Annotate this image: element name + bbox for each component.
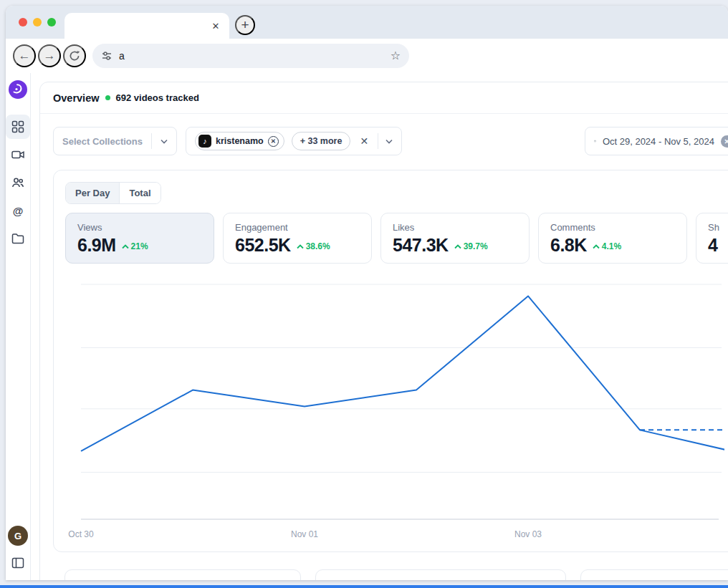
card-stub [64, 569, 301, 580]
traffic-lights [19, 18, 56, 26]
chart-area: Oct 30Nov 01Nov 03 [65, 281, 728, 540]
stat-value: 547.3K [393, 236, 449, 254]
video-camera-icon [11, 148, 25, 162]
tab-close-icon[interactable]: ✕ [209, 19, 222, 32]
views-line-chart [65, 281, 724, 528]
chevron-down-icon [161, 139, 168, 144]
calendar-icon [594, 135, 596, 147]
panel-toggle-icon[interactable] [11, 556, 25, 570]
caret-up-icon [297, 244, 304, 249]
date-range-picker[interactable]: Oct 29, 2024 - Nov 5, 2024 ✕ [585, 127, 728, 155]
stat-label: Views [77, 222, 202, 233]
bottom-accent-bar [0, 585, 728, 588]
sidebar-item-videos[interactable] [6, 143, 30, 167]
account-chip-label: kristenamo [216, 136, 264, 146]
stat-card-comments[interactable]: Comments 6.8K 4.1% [538, 213, 687, 264]
sidebar-bottom: G [8, 526, 28, 570]
tab-total[interactable]: Total [120, 183, 160, 203]
accounts-filter: ♪ kristenamo ✕ + 33 more ✕ [186, 127, 402, 155]
page-title: Overview [53, 92, 100, 104]
page-header: Overview 692 videos tracked [40, 82, 728, 114]
sidebar-item-creators[interactable] [6, 170, 30, 195]
stat-card-views[interactable]: Views 6.9M 21% [65, 213, 214, 264]
overview-page: Overview 692 videos tracked Select Colle… [39, 82, 728, 580]
card-stub [580, 569, 728, 580]
stat-label: Likes [393, 222, 517, 233]
stat-label: Engagement [235, 222, 360, 233]
url-text: a [119, 50, 384, 62]
clear-date-icon[interactable]: ✕ [721, 135, 728, 148]
chevron-down-icon[interactable] [385, 139, 393, 144]
main-content: Overview 692 videos tracked Select Colle… [31, 73, 728, 580]
stat-value: 652.5K [235, 236, 291, 254]
users-icon [11, 175, 25, 190]
account-chip[interactable]: ♪ kristenamo ✕ [195, 132, 284, 150]
app-shell: @ G Overview 692 videos tracked [6, 73, 728, 580]
tune-icon[interactable] [101, 50, 112, 62]
lower-cards-row [64, 569, 728, 580]
stat-card-engagement[interactable]: Engagement 652.5K 38.6% [223, 213, 372, 264]
at-sign-icon: @ [13, 205, 24, 217]
sidebar-item-accounts[interactable]: @ [6, 198, 30, 223]
select-collections-label: Select Collections [62, 136, 143, 147]
divider [151, 133, 152, 149]
minimize-window-button[interactable] [33, 18, 42, 26]
tiktok-icon: ♪ [198, 135, 211, 148]
sidebar-item-dashboard[interactable] [6, 115, 30, 139]
bookmark-star-icon[interactable]: ☆ [391, 50, 401, 62]
reload-button[interactable] [63, 44, 86, 67]
user-avatar[interactable]: G [8, 526, 28, 546]
filter-bar: Select Collections ♪ kristenamo ✕ [40, 114, 728, 155]
app-sidebar: @ G [6, 73, 31, 580]
app-logo[interactable] [9, 80, 27, 99]
stat-card-likes[interactable]: Likes 547.3K 39.7% [380, 213, 530, 264]
forward-button[interactable]: → [38, 44, 61, 67]
more-accounts-chip[interactable]: + 33 more [292, 132, 351, 150]
caret-up-icon [454, 244, 461, 249]
stat-delta: 4.1% [593, 241, 621, 251]
stat-delta: 38.6% [297, 241, 330, 251]
date-range-text: Oct 29, 2024 - Nov 5, 2024 [603, 136, 714, 147]
metrics-panel: Per Day Total Views 6.9M 21% [53, 170, 728, 552]
x-tick-label: Nov 01 [291, 529, 318, 539]
card-stub [315, 569, 566, 580]
clear-accounts-icon[interactable]: ✕ [358, 135, 370, 147]
zoom-window-button[interactable] [47, 18, 56, 26]
x-axis-labels: Oct 30Nov 01Nov 03 [65, 528, 724, 539]
browser-toolbar: ← → a ☆ [6, 39, 728, 73]
stat-delta: 39.7% [454, 241, 488, 251]
stat-label: Comments [550, 222, 675, 233]
close-window-button[interactable] [19, 18, 27, 26]
caret-up-icon [122, 244, 129, 249]
stat-delta: 21% [122, 241, 148, 251]
browser-window: ✕ + ← → a ☆ [6, 6, 728, 580]
grid-icon [11, 120, 25, 134]
sidebar-item-collections[interactable] [6, 226, 30, 251]
status-dot [105, 95, 110, 100]
filter-left-group: Select Collections ♪ kristenamo ✕ [53, 127, 402, 155]
back-button[interactable]: ← [13, 44, 36, 67]
divider [378, 133, 378, 149]
url-bar[interactable]: a ☆ [92, 44, 409, 68]
view-mode-tabs: Per Day Total [65, 182, 161, 204]
browser-tab[interactable]: ✕ [64, 13, 229, 39]
x-tick-label: Nov 03 [514, 529, 542, 539]
tracked-count-text: 692 videos tracked [116, 92, 199, 103]
stat-value: 6.8K [550, 236, 587, 254]
tab-per-day[interactable]: Per Day [66, 183, 120, 203]
reload-icon [69, 50, 80, 62]
stat-cards-row: Views 6.9M 21% Engagement [65, 213, 728, 264]
select-collections-button[interactable]: Select Collections [53, 127, 177, 155]
stat-card-shares[interactable]: Sh 4 [696, 213, 728, 264]
x-tick-label: Oct 30 [68, 529, 93, 539]
stat-value: 4 [708, 236, 717, 254]
caret-up-icon [593, 244, 600, 249]
tab-strip: ✕ + [6, 6, 728, 39]
stat-value: 6.9M [77, 236, 116, 254]
remove-account-icon[interactable]: ✕ [268, 136, 279, 147]
new-tab-button[interactable]: + [235, 15, 255, 35]
folder-icon [11, 231, 25, 246]
stat-label: Sh [708, 222, 728, 233]
